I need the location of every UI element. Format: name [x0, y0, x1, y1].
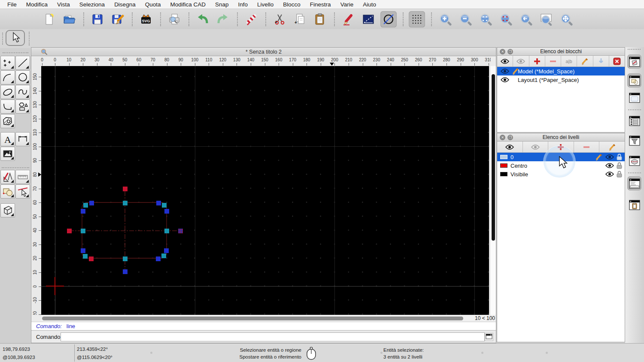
arrow-down-button[interactable] [593, 56, 609, 66]
vertical-scrollbar-thumb[interactable] [492, 74, 495, 241]
eye-icon[interactable] [605, 154, 614, 160]
eye-icon[interactable] [501, 68, 509, 74]
menu-modifica[interactable]: Modifica [21, 1, 52, 8]
box3d-tool-button[interactable] [0, 203, 15, 217]
block-row[interactable]: Layout1 (*Paper_Space) [497, 75, 625, 84]
circle-slash-button[interactable] [380, 11, 397, 27]
points-tool-button[interactable] [0, 56, 15, 70]
lock-icon[interactable] [617, 162, 622, 169]
selection-handle-blue[interactable] [81, 248, 85, 253]
undo-button[interactable] [194, 11, 211, 27]
win-clip-toggle-button[interactable] [627, 198, 641, 212]
drawing-window-titlebar[interactable]: * Senza titolo 2 [31, 48, 496, 56]
text-tool-button[interactable]: A [0, 132, 15, 146]
zoom-out-button[interactable] [457, 11, 474, 27]
block-row[interactable]: Model (*Model_Space) [497, 67, 625, 75]
float-panel-icon[interactable]: ❐ [507, 49, 513, 54]
selection-handle-blue[interactable] [156, 201, 161, 205]
command-input[interactable] [61, 332, 485, 341]
menu-info[interactable]: Info [234, 1, 253, 8]
selection-handle-blue[interactable] [81, 209, 85, 214]
plus-button[interactable] [548, 142, 574, 152]
menu-seleziona[interactable]: Seleziona [75, 1, 109, 8]
menu-disegna[interactable]: Disegna [109, 1, 140, 8]
win-filter-toggle-button[interactable] [627, 133, 641, 148]
minus-button[interactable] [545, 56, 561, 66]
selection-handle-special[interactable] [178, 229, 183, 233]
new-file-button[interactable] [41, 11, 57, 27]
modify-shapes-tool-button[interactable] [0, 184, 15, 199]
paste-button[interactable] [312, 11, 328, 27]
eye-button[interactable] [497, 142, 523, 152]
eye-button[interactable] [497, 56, 513, 66]
grid-toggle-button[interactable] [409, 11, 425, 27]
close-icon[interactable]: ✕ [500, 135, 505, 140]
image-tool-button[interactable] [0, 147, 15, 161]
command-window-toggle-button[interactable] [485, 333, 493, 341]
eye-icon[interactable] [605, 163, 614, 169]
zoom-previous-button[interactable] [518, 11, 534, 27]
zoom-window-button[interactable] [538, 11, 554, 27]
pan-button[interactable] [558, 11, 574, 27]
pencil-button[interactable] [599, 142, 625, 152]
ruler-tool-button[interactable] [15, 170, 30, 184]
menu-finestra[interactable]: Finestra [305, 1, 336, 8]
menu-file[interactable]: File [3, 1, 21, 8]
red-pencil-button[interactable] [340, 11, 356, 27]
plus-button[interactable] [529, 56, 545, 66]
circle-tool-button[interactable] [15, 70, 30, 84]
selection-handle-red[interactable] [89, 256, 94, 261]
layer-row[interactable]: Visibile [497, 170, 625, 178]
red-x-button[interactable] [609, 56, 625, 66]
win-cmd-toggle-button[interactable] [627, 176, 641, 190]
menu-blocco[interactable]: Blocco [278, 1, 305, 8]
selection-handle-teal[interactable] [161, 253, 166, 258]
eye-icon[interactable] [605, 171, 614, 177]
menu-varie[interactable]: Varie [336, 1, 358, 8]
menu-quota[interactable]: Quota [140, 1, 166, 8]
win-layer-toggle-button[interactable] [627, 73, 641, 87]
redo-button[interactable] [215, 11, 231, 27]
pencil-icon[interactable] [595, 153, 603, 161]
selection-handle-red[interactable] [67, 229, 72, 233]
select-line-tool-button[interactable] [15, 184, 30, 199]
menu-aiuto[interactable]: Aiuto [358, 1, 381, 8]
selection-handle-teal[interactable] [123, 256, 128, 261]
selection-handle-blue[interactable] [164, 248, 169, 253]
ab-button[interactable]: a|b [561, 56, 577, 66]
win-block-toggle-button[interactable] [627, 54, 641, 69]
line-tool-button[interactable] [15, 56, 30, 70]
zoom-selection-button[interactable] [498, 11, 514, 27]
selection-handle-teal[interactable] [162, 203, 167, 208]
eye-off-button[interactable] [513, 56, 529, 66]
dimension-tool-button[interactable] [15, 132, 30, 146]
selection-handle-red[interactable] [123, 187, 128, 191]
copy-button[interactable]: + [292, 11, 308, 27]
arc-tool-button[interactable] [0, 70, 15, 84]
eye-off-button[interactable] [523, 142, 549, 152]
close-icon[interactable]: ✕ [500, 49, 505, 54]
win-blank-toggle-button[interactable] [627, 90, 641, 105]
selection-handle-teal[interactable] [83, 203, 88, 208]
zoom-auto-button[interactable] [477, 11, 494, 27]
selection-tool-button[interactable] [6, 30, 25, 46]
layer-row[interactable]: 0 [497, 153, 625, 161]
horizontal-scrollbar-thumb[interactable] [42, 317, 463, 320]
menu-livello[interactable]: Livello [252, 1, 278, 8]
selection-handle-blue[interactable] [89, 201, 94, 205]
eye-icon[interactable] [501, 77, 509, 83]
menu-modifica-cad[interactable]: Modifica CAD [165, 1, 210, 8]
spline-tool-button[interactable] [15, 85, 30, 99]
layer-row[interactable]: Centro [497, 161, 625, 170]
horizontal-scrollbar[interactable]: 10 < 100 [41, 315, 496, 321]
selection-handle-blue[interactable] [156, 256, 161, 261]
save-button[interactable] [89, 11, 106, 27]
minus-button[interactable] [574, 142, 600, 152]
selection-handle-blue[interactable] [123, 269, 128, 274]
print-preview-button[interactable] [166, 11, 182, 27]
zoom-in-button[interactable] [437, 11, 453, 27]
pencil-button[interactable] [577, 56, 593, 66]
shapes-tool-button[interactable] [15, 100, 30, 114]
selection-rect-button[interactable] [360, 11, 377, 27]
polyline-tool-button[interactable] [0, 100, 15, 114]
